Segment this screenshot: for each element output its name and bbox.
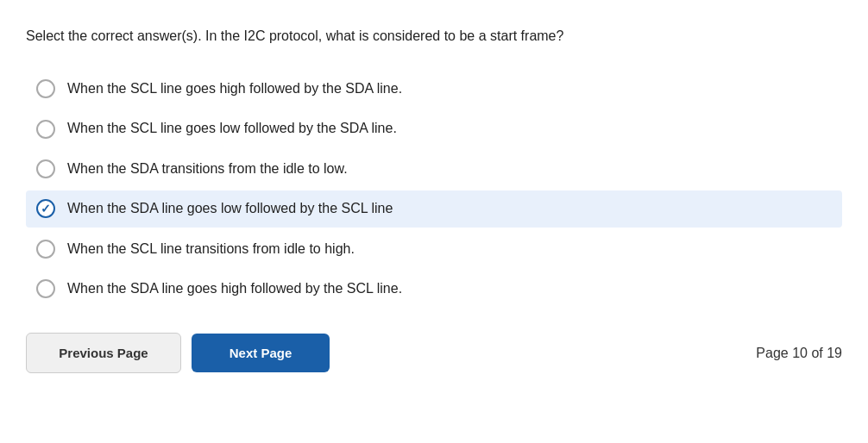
checkbox-6 (36, 279, 55, 298)
checkbox-5 (36, 240, 55, 259)
option-item-4[interactable]: When the SDA line goes low followed by t… (26, 190, 842, 227)
option-item-1[interactable]: When the SCL line goes high followed by … (26, 71, 842, 107)
option-label-6: When the SDA line goes high followed by … (67, 279, 402, 298)
page-indicator: Page 10 of 19 (756, 346, 842, 361)
checkbox-4 (36, 199, 55, 218)
option-label-2: When the SCL line goes low followed by t… (67, 119, 397, 138)
option-item-6[interactable]: When the SDA line goes high followed by … (26, 271, 842, 307)
option-item-3[interactable]: When the SDA transitions from the idle t… (26, 151, 842, 187)
question-text: Select the correct answer(s). In the I2C… (26, 26, 842, 47)
option-label-1: When the SCL line goes high followed by … (67, 79, 402, 98)
option-item-2[interactable]: When the SCL line goes low followed by t… (26, 110, 842, 147)
footer: Previous Page Next Page Page 10 of 19 (26, 333, 842, 373)
option-label-3: When the SDA transitions from the idle t… (67, 159, 348, 178)
options-list: When the SCL line goes high followed by … (26, 71, 842, 307)
checkbox-2 (36, 120, 55, 139)
option-label-4: When the SDA line goes low followed by t… (67, 199, 393, 218)
checkbox-1 (36, 79, 55, 98)
next-page-button[interactable]: Next Page (192, 334, 330, 372)
previous-page-button[interactable]: Previous Page (26, 333, 181, 373)
option-label-5: When the SCL line transitions from idle … (67, 240, 355, 259)
option-item-5[interactable]: When the SCL line transitions from idle … (26, 231, 842, 267)
checkbox-3 (36, 159, 55, 178)
